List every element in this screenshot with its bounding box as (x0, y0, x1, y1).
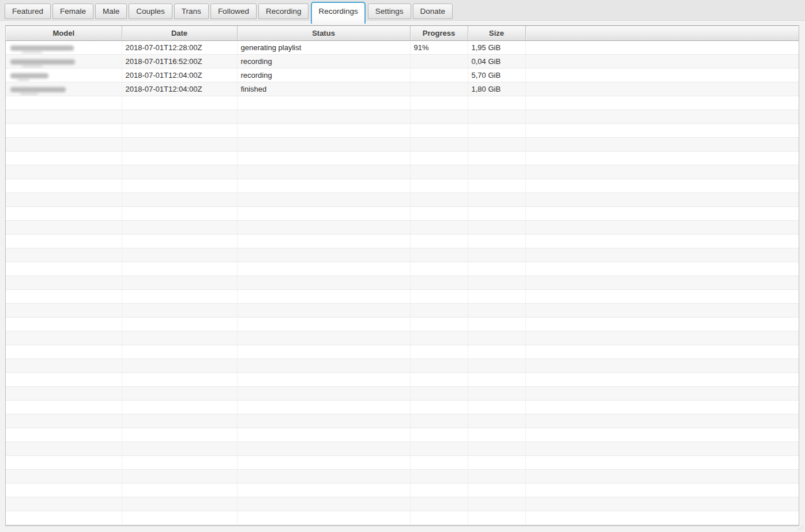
table-row[interactable] (6, 511, 799, 525)
tab-trans[interactable]: Trans (174, 3, 209, 19)
cell-filler (525, 345, 799, 359)
cell-date (122, 110, 237, 123)
cell-size (468, 276, 525, 289)
table-row[interactable] (6, 386, 799, 400)
table-row[interactable] (6, 289, 799, 303)
censored-model-name (10, 87, 66, 92)
table-row[interactable] (6, 428, 799, 442)
cell-size (468, 193, 525, 206)
cell-filler (525, 331, 799, 345)
table-row[interactable] (6, 442, 799, 455)
table-row[interactable] (6, 497, 799, 511)
cell-date (122, 137, 237, 151)
table-row[interactable] (6, 372, 799, 386)
table-row[interactable] (6, 165, 799, 179)
table-row[interactable] (6, 151, 799, 165)
table-row[interactable] (6, 123, 799, 137)
recordings-table-frame: ModelDateStatusProgressSize 2018-07-01T1… (5, 25, 799, 526)
cell-progress (410, 442, 468, 455)
cell-progress: 91% (410, 40, 468, 54)
app-window: FeaturedFemaleMaleCouplesTransFollowedRe… (0, 0, 805, 532)
table-row[interactable] (6, 206, 799, 220)
cell-date (122, 165, 237, 179)
table-row[interactable] (6, 331, 799, 345)
cell-filler (525, 276, 799, 289)
table-row[interactable] (6, 276, 799, 289)
cell-model (6, 40, 122, 54)
cell-date (122, 511, 237, 525)
cell-progress (410, 400, 468, 414)
cell-date (122, 469, 237, 483)
cell-filler (525, 386, 799, 400)
table-row[interactable] (6, 220, 799, 234)
table-row[interactable] (6, 137, 799, 151)
cell-progress (410, 289, 468, 303)
column-header-date[interactable]: Date (122, 26, 237, 40)
cell-filler (525, 193, 799, 206)
table-row[interactable] (6, 483, 799, 497)
column-header-size[interactable]: Size (468, 26, 525, 40)
censored-model-name (10, 59, 75, 65)
table-row[interactable]: 2018-07-01T12:04:00Zrecording5,70 GiB (6, 68, 799, 82)
cell-model (6, 234, 122, 248)
table-row[interactable] (6, 400, 799, 414)
tab-featured[interactable]: Featured (5, 3, 51, 19)
tab-male[interactable]: Male (95, 3, 127, 19)
cell-status (237, 262, 410, 276)
table-row[interactable] (6, 248, 799, 262)
cell-filler (525, 428, 799, 442)
cell-progress (410, 123, 468, 137)
cell-filler (525, 206, 799, 220)
cell-date (122, 289, 237, 303)
table-row[interactable]: 2018-07-01T12:04:00Zfinished1,80 GiB (6, 82, 799, 96)
cell-date (122, 386, 237, 400)
tab-donate[interactable]: Donate (413, 3, 453, 19)
cell-date (122, 497, 237, 511)
cell-filler (525, 179, 799, 193)
cell-size (468, 137, 525, 151)
table-row[interactable]: 2018-07-01T12:28:00Zgenerating playlist9… (6, 40, 799, 54)
table-header-row: ModelDateStatusProgressSize (6, 26, 799, 40)
column-header-model[interactable]: Model (6, 26, 122, 40)
table-row[interactable] (6, 303, 799, 317)
tab-followed[interactable]: Followed (210, 3, 257, 19)
column-header-status[interactable]: Status (237, 26, 410, 40)
tab-female[interactable]: Female (52, 3, 93, 19)
cell-status (237, 193, 410, 206)
cell-model (6, 206, 122, 220)
cell-size (468, 428, 525, 442)
cell-date (122, 96, 237, 110)
table-row[interactable] (6, 317, 799, 331)
table-row[interactable] (6, 110, 799, 123)
recordings-table-body: 2018-07-01T12:28:00Zgenerating playlist9… (6, 40, 799, 525)
table-row[interactable] (6, 469, 799, 483)
cell-status (237, 511, 410, 525)
tab-recording[interactable]: Recording (258, 3, 309, 19)
table-row[interactable]: 2018-07-01T16:52:00Zrecording0,04 GiB (6, 54, 799, 68)
tab-couples[interactable]: Couples (129, 3, 172, 19)
cell-status (237, 220, 410, 234)
cell-size (468, 110, 525, 123)
cell-date: 2018-07-01T12:28:00Z (122, 40, 237, 54)
tab-settings[interactable]: Settings (368, 3, 411, 19)
cell-size: 1,80 GiB (468, 82, 525, 96)
cell-date (122, 234, 237, 248)
tab-recordings[interactable]: Recordings (311, 2, 365, 24)
cell-filler (525, 511, 799, 525)
table-row[interactable] (6, 455, 799, 469)
table-row[interactable] (6, 234, 799, 248)
table-row[interactable] (6, 96, 799, 110)
table-row[interactable] (6, 359, 799, 372)
table-row[interactable] (6, 414, 799, 428)
cell-model (6, 400, 122, 414)
cell-model (6, 414, 122, 428)
table-row[interactable] (6, 262, 799, 276)
cell-model (6, 511, 122, 525)
table-row[interactable] (6, 345, 799, 359)
column-header-progress[interactable]: Progress (410, 26, 468, 40)
cell-progress (410, 317, 468, 331)
cell-size (468, 442, 525, 455)
table-row[interactable] (6, 179, 799, 193)
table-row[interactable] (6, 193, 799, 206)
cell-date (122, 331, 237, 345)
